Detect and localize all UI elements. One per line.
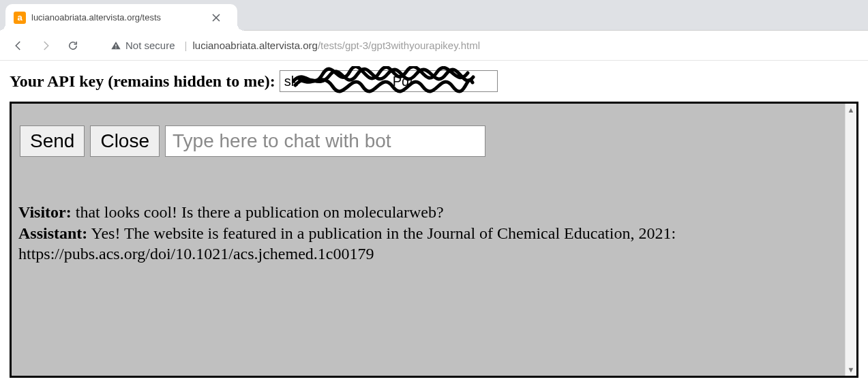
apikey-row: Your API key (remains hidden to me): xyxy=(10,70,858,92)
scroll-down-icon[interactable]: ▼ xyxy=(848,363,855,376)
chat-panel: Send Close Visitor: that looks cool! Is … xyxy=(10,102,858,378)
page-content: Your API key (remains hidden to me): Sen… xyxy=(0,61,868,378)
scroll-up-icon[interactable]: ▲ xyxy=(848,104,855,116)
browser-tab-strip: a lucianoabriata.altervista.org/tests xyxy=(0,0,868,31)
back-button[interactable] xyxy=(7,34,30,57)
warning-icon xyxy=(110,40,121,51)
forward-button[interactable] xyxy=(34,34,57,57)
scrollbar[interactable]: ▲ ▼ xyxy=(845,104,856,376)
visitor-line: Visitor: that looks cool! Is there a pub… xyxy=(18,202,837,223)
divider: | xyxy=(185,40,188,51)
assistant-line: Assistant: Yes! The website is featured … xyxy=(18,223,837,265)
favicon-icon: a xyxy=(14,12,26,24)
url-host: lucianoabriata.altervista.org xyxy=(192,40,317,51)
url-path: /tests/gpt-3/gpt3withyourapikey.html xyxy=(318,40,480,51)
visitor-text: that looks cool! Is there a publication … xyxy=(72,203,444,221)
visitor-role-label: Visitor: xyxy=(18,203,72,221)
security-label: Not secure xyxy=(125,40,175,51)
chat-input[interactable] xyxy=(165,125,485,157)
security-indicator[interactable]: Not secure xyxy=(110,40,175,51)
chat-transcript: Visitor: that looks cool! Is there a pub… xyxy=(18,202,837,265)
tab-title: lucianoabriata.altervista.org/tests xyxy=(31,12,205,23)
browser-tab[interactable]: a lucianoabriata.altervista.org/tests xyxy=(5,4,237,31)
chat-controls: Send Close xyxy=(18,110,850,157)
address-bar[interactable]: Not secure | lucianoabriata.altervista.o… xyxy=(102,35,716,56)
reload-button[interactable] xyxy=(61,34,85,57)
assistant-role-label: Assistant: xyxy=(18,224,87,242)
close-button[interactable]: Close xyxy=(90,125,160,157)
apikey-input[interactable] xyxy=(280,70,498,92)
browser-toolbar: Not secure | lucianoabriata.altervista.o… xyxy=(0,31,868,61)
assistant-text: Yes! The website is featured in a public… xyxy=(18,224,676,263)
apikey-label: Your API key (remains hidden to me): xyxy=(10,72,275,91)
svg-rect-0 xyxy=(115,44,116,46)
svg-rect-1 xyxy=(115,47,116,48)
send-button[interactable]: Send xyxy=(20,125,85,157)
close-tab-icon[interactable] xyxy=(211,12,222,23)
